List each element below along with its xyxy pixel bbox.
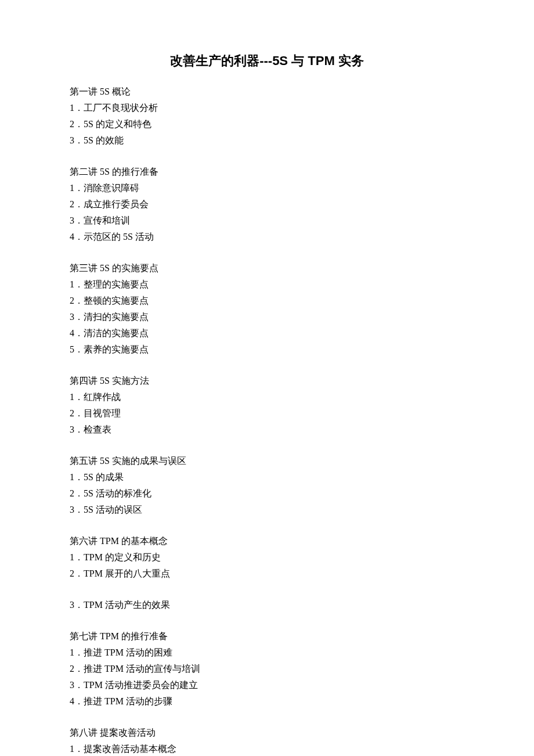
section: 第三讲 5S 的实施要点1．整理的实施要点2．整顿的实施要点3．清扫的实施要点4… <box>70 260 464 358</box>
list-item: 2．5S 的定义和特色 <box>70 116 464 132</box>
list-item: 1．红牌作战 <box>70 389 464 405</box>
list-item: 4．推进 TPM 活动的步骤 <box>70 693 464 710</box>
section-heading: 第八讲 提案改善活动 <box>70 725 464 741</box>
section-heading: 第二讲 5S 的推行准备 <box>70 164 464 180</box>
section: 第八讲 提案改善活动1．提案改善活动基本概念2．提案改善活动组织和制度3．提案改… <box>70 725 464 756</box>
section-heading: 第三讲 5S 的实施要点 <box>70 260 464 276</box>
list-item: 5．素养的实施要点 <box>70 341 464 358</box>
list-item: 3．检查表 <box>70 422 464 438</box>
section: 第一讲 5S 概论1．工厂不良现状分析2．5S 的定义和特色3．5S 的效能 <box>70 84 464 149</box>
section: 第五讲 5S 实施的成果与误区1．5S 的成果2．5S 活动的标准化3．5S 活… <box>70 453 464 518</box>
section: 第六讲 TPM 的基本概念1．TPM 的定义和历史2．TPM 展开的八大重点3．… <box>70 533 464 613</box>
document-title: 改善生产的利器---5S 与 TPM 实务 <box>70 52 464 70</box>
section: 第四讲 5S 实施方法1．红牌作战2．目视管理3．检查表 <box>70 373 464 438</box>
section-heading: 第六讲 TPM 的基本概念 <box>70 533 464 549</box>
list-item: 2．成立推行委员会 <box>70 196 464 213</box>
section-heading: 第四讲 5S 实施方法 <box>70 373 464 389</box>
list-item: 2．目视管理 <box>70 405 464 422</box>
list-item: 1．提案改善活动基本概念 <box>70 741 464 756</box>
list-item: 2．5S 活动的标准化 <box>70 485 464 502</box>
list-item: 2．TPM 展开的八大重点 <box>70 566 464 582</box>
section: 第二讲 5S 的推行准备1．消除意识障碍2．成立推行委员会3．宣传和培训4．示范… <box>70 164 464 245</box>
list-item: 1．消除意识障碍 <box>70 180 464 196</box>
list-item: 1．TPM 的定义和历史 <box>70 549 464 566</box>
list-item: 3．宣传和培训 <box>70 213 464 229</box>
list-item: 2．推进 TPM 活动的宣传与培训 <box>70 661 464 677</box>
section: 第七讲 TPM 的推行准备1．推进 TPM 活动的困难2．推进 TPM 活动的宣… <box>70 628 464 710</box>
list-item: 4．清洁的实施要点 <box>70 325 464 341</box>
list-item: 3．5S 的效能 <box>70 132 464 149</box>
document-body: 第一讲 5S 概论1．工厂不良现状分析2．5S 的定义和特色3．5S 的效能第二… <box>70 84 464 756</box>
list-item: 1．5S 的成果 <box>70 469 464 485</box>
section-heading: 第五讲 5S 实施的成果与误区 <box>70 453 464 469</box>
list-item: 3．TPM 活动产生的效果 <box>70 597 464 613</box>
list-item: 2．整顿的实施要点 <box>70 293 464 309</box>
list-item: 3．清扫的实施要点 <box>70 309 464 325</box>
section-heading: 第一讲 5S 概论 <box>70 84 464 100</box>
list-item: 3．5S 活动的误区 <box>70 502 464 518</box>
section-heading: 第七讲 TPM 的推行准备 <box>70 628 464 645</box>
list-item: 1．推进 TPM 活动的困难 <box>70 645 464 661</box>
list-item: 1．整理的实施要点 <box>70 276 464 293</box>
list-item: 3．TPM 活动推进委员会的建立 <box>70 677 464 693</box>
list-item: 4．示范区的 5S 活动 <box>70 229 464 245</box>
list-item: 1．工厂不良现状分析 <box>70 100 464 116</box>
